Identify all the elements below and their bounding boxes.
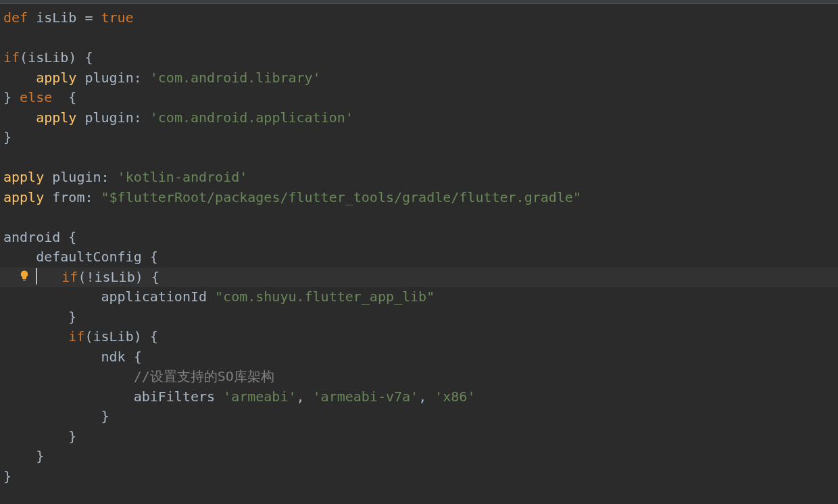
keyword-true: true	[101, 9, 134, 26]
indent	[3, 70, 36, 86]
code-line[interactable]	[3, 207, 838, 228]
method-apply: apply	[3, 189, 44, 205]
string-literal: "$flutterRoot/packages/flutter_tools/gra…	[101, 189, 581, 205]
code-line[interactable]: defaultConfig {	[3, 247, 838, 268]
code-line[interactable]: if(isLib) {	[3, 327, 838, 347]
code-line[interactable]: }	[3, 427, 838, 447]
code-text: (isLib) {	[84, 328, 157, 345]
code-line[interactable]: } else {	[3, 88, 838, 108]
code-line[interactable]: def isLib = true	[3, 8, 838, 28]
string-literal: 'armeabi-v7a'	[313, 388, 419, 405]
method-apply: apply	[36, 109, 76, 126]
keyword-def: def	[3, 9, 28, 26]
svg-rect-0	[23, 280, 26, 281]
code-text: plugin:	[76, 70, 149, 86]
string-literal: "com.shuyu.flutter_app_lib"	[215, 288, 435, 305]
code-line[interactable]: apply plugin: 'com.android.application'	[3, 108, 838, 128]
method-apply: apply	[3, 169, 44, 185]
code-line[interactable]	[3, 148, 838, 168]
code-text: plugin:	[44, 169, 117, 185]
code-line[interactable]: abiFilters 'armeabi', 'armeabi-v7a', 'x8…	[3, 387, 838, 407]
keyword-else: else	[20, 89, 52, 105]
code-line[interactable]: //设置支持的SO库架构	[3, 367, 838, 387]
indent	[3, 368, 134, 384]
keyword-if: if	[3, 49, 20, 66]
code-line[interactable]: }	[3, 407, 838, 427]
string-literal: 'x86'	[435, 388, 475, 405]
string-literal: 'armeabi'	[223, 388, 296, 405]
code-line[interactable]: if(isLib) {	[3, 48, 838, 68]
code-text: abiFilters	[3, 388, 223, 405]
code-line[interactable]: apply from: "$flutterRoot/packages/flutt…	[3, 188, 838, 208]
code-line[interactable]: apply plugin: 'kotlin-android'	[3, 168, 838, 188]
code-text: {	[52, 89, 76, 105]
code-text: }	[3, 89, 20, 105]
string-literal: 'kotlin-android'	[118, 169, 248, 185]
keyword-if: if	[68, 328, 84, 345]
code-line[interactable]: }	[3, 447, 838, 467]
code-text: ,	[418, 388, 435, 405]
code-line[interactable]: }	[3, 128, 838, 148]
code-line[interactable]: }	[3, 467, 838, 487]
indent	[3, 328, 68, 345]
code-text	[37, 269, 61, 285]
code-line[interactable]: ndk {	[3, 347, 838, 368]
keyword-if: if	[61, 269, 78, 285]
code-text: ,	[296, 388, 312, 405]
code-line[interactable]	[3, 28, 838, 49]
code-text: from:	[44, 189, 101, 205]
code-text: plugin:	[76, 109, 149, 126]
comment: //设置支持的SO库架构	[134, 368, 274, 384]
string-literal: 'com.android.library'	[150, 70, 321, 86]
code-text: applicationId	[3, 288, 215, 305]
code-editor[interactable]: def isLib = true if(isLib) { apply plugi…	[0, 4, 838, 486]
indent	[3, 109, 36, 126]
code-line[interactable]: }	[3, 307, 838, 328]
code-text: (isLib) {	[20, 49, 93, 66]
code-text: isLib =	[28, 9, 101, 26]
method-apply: apply	[36, 70, 76, 86]
text-caret	[36, 268, 37, 284]
code-text: (!isLib) {	[78, 269, 159, 285]
string-literal: 'com.android.application'	[150, 109, 353, 126]
code-line[interactable]: android {	[3, 228, 838, 248]
intention-bulb-icon[interactable]	[18, 269, 31, 282]
code-line[interactable]: applicationId "com.shuyu.flutter_app_lib…	[3, 287, 838, 307]
code-line[interactable]: apply plugin: 'com.android.library'	[3, 68, 838, 89]
code-line-current[interactable]: if(!isLib) {	[0, 268, 838, 288]
